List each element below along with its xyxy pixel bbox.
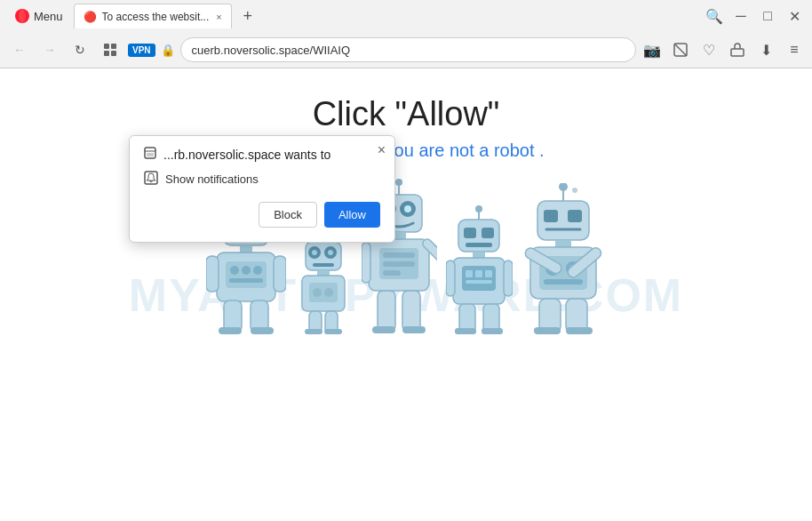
svg-rect-39: [317, 270, 330, 276]
browser-chrome: Menu 🔴 To access the websit... × + 🔍 ─ □…: [0, 0, 812, 68]
svg-point-54: [404, 205, 411, 212]
click-allow-subtext: to confirm that you are not a robot .: [0, 140, 812, 161]
svg-rect-60: [383, 270, 401, 276]
svg-point-87: [559, 183, 568, 191]
forward-button[interactable]: →: [37, 37, 62, 62]
camera-icon[interactable]: 📷: [641, 39, 663, 60]
popup-close-button[interactable]: ×: [378, 143, 386, 157]
svg-rect-5: [111, 51, 116, 56]
svg-point-37: [328, 250, 333, 255]
svg-point-1: [19, 10, 26, 23]
robots-illustration: [0, 179, 812, 334]
svg-rect-80: [446, 260, 455, 296]
tab-bar: Menu 🔴 To access the websit... × + 🔍 ─ □…: [0, 0, 812, 32]
lock-icon: 🔒: [161, 44, 175, 57]
svg-rect-70: [464, 228, 476, 238]
svg-rect-105: [566, 327, 593, 334]
svg-rect-24: [229, 278, 263, 283]
address-bar[interactable]: [180, 37, 636, 62]
svg-rect-84: [455, 328, 476, 334]
svg-rect-99: [544, 279, 583, 285]
minimize-icon[interactable]: ─: [730, 5, 752, 27]
svg-rect-59: [383, 261, 415, 267]
svg-rect-76: [466, 270, 473, 277]
shield-icon[interactable]: [670, 39, 691, 60]
svg-rect-81: [504, 260, 513, 296]
click-allow-heading: Click "Allow": [0, 95, 812, 133]
svg-rect-58: [383, 252, 415, 258]
svg-rect-10: [147, 153, 154, 156]
address-bar-row: ← → ↻ VPN 🔒 📷 ♡: [0, 32, 812, 68]
subtext-after: .: [539, 140, 545, 160]
svg-point-49: [395, 179, 402, 186]
toolbar-icons: 📷 ♡ ⬇ ≡: [641, 39, 805, 60]
svg-rect-46: [305, 329, 322, 334]
svg-rect-90: [544, 210, 558, 222]
svg-rect-91: [568, 210, 582, 222]
new-tab-button[interactable]: +: [235, 4, 260, 28]
svg-rect-30: [251, 327, 274, 334]
svg-rect-27: [224, 301, 242, 332]
reload-button[interactable]: ↻: [68, 37, 92, 62]
svg-rect-38: [313, 263, 334, 267]
svg-rect-18: [240, 245, 252, 252]
maximize-icon[interactable]: □: [757, 5, 778, 27]
svg-point-23: [253, 266, 262, 275]
svg-line-7: [674, 44, 687, 56]
notification-popup: × ...rb.noversolic.space wants to Show n…: [129, 135, 395, 243]
tab-close-icon[interactable]: ×: [216, 12, 221, 22]
close-window-icon[interactable]: ✕: [784, 5, 805, 27]
svg-rect-61: [362, 243, 370, 283]
svg-rect-3: [111, 44, 116, 49]
hamburger-menu-icon[interactable]: ≡: [784, 39, 805, 60]
block-button[interactable]: Block: [259, 202, 317, 228]
svg-rect-63: [378, 291, 395, 331]
search-icon[interactable]: 🔍: [704, 5, 725, 27]
tab-favicon-icon: 🔴: [84, 11, 97, 23]
extension-icon[interactable]: [727, 39, 748, 60]
svg-rect-73: [473, 252, 485, 258]
svg-point-35: [312, 250, 317, 255]
popup-buttons: Block Allow: [144, 202, 380, 228]
show-notifications-label: Show notifications: [165, 172, 259, 186]
svg-rect-75: [462, 266, 496, 291]
svg-rect-92: [555, 240, 571, 247]
svg-point-21: [230, 266, 239, 275]
allow-button[interactable]: Allow: [324, 202, 380, 228]
svg-rect-8: [731, 49, 744, 56]
svg-point-68: [475, 205, 482, 212]
svg-point-88: [572, 188, 577, 193]
svg-rect-25: [206, 256, 219, 292]
back-button[interactable]: ←: [7, 37, 32, 62]
menu-label: Menu: [34, 10, 63, 23]
page-main-text: Click "Allow" to confirm that you are no…: [0, 68, 812, 161]
svg-rect-64: [402, 291, 420, 331]
popup-header: ...rb.noversolic.space wants to: [144, 147, 380, 162]
browser-tab[interactable]: 🔴 To access the websit... ×: [74, 4, 232, 28]
heart-icon[interactable]: ♡: [698, 39, 720, 60]
popup-notification-row: Show notifications: [144, 171, 380, 188]
robot-4: [446, 205, 513, 334]
tab-title: To access the websit...: [102, 11, 210, 23]
download-icon[interactable]: ⬇: [755, 39, 776, 60]
svg-rect-78: [485, 270, 492, 277]
svg-point-22: [242, 266, 251, 275]
svg-rect-104: [534, 327, 561, 334]
svg-point-42: [313, 288, 322, 297]
page-content: MYANTISPYWARE.COM × ...rb.noversolic.spa…: [0, 68, 812, 521]
svg-rect-2: [104, 44, 109, 49]
svg-point-43: [324, 288, 333, 297]
svg-rect-66: [402, 326, 426, 333]
vpn-badge[interactable]: VPN: [128, 44, 155, 57]
speed-dial-button[interactable]: [98, 37, 123, 62]
svg-rect-71: [482, 228, 494, 238]
robot-5: [521, 183, 606, 334]
svg-rect-26: [274, 256, 286, 292]
opera-menu[interactable]: Menu: [7, 4, 70, 28]
notification-bell-icon: [144, 171, 158, 188]
popup-site-text: ...rb.noversolic.space wants to: [163, 148, 330, 162]
svg-rect-85: [482, 328, 503, 334]
svg-rect-65: [372, 326, 395, 333]
popup-site-icon: [144, 147, 156, 162]
svg-rect-72: [466, 243, 492, 247]
